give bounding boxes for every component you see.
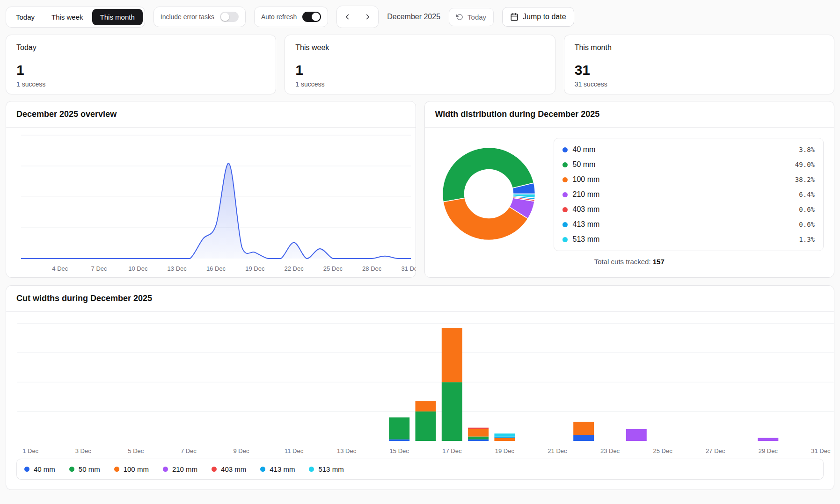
next-month-button[interactable]	[358, 6, 378, 28]
legend-item: 403 mm	[212, 465, 246, 473]
stat-card-today: Today 1 1 success	[6, 35, 276, 94]
legend-label: 50 mm	[79, 465, 100, 473]
stat-title: This month	[575, 43, 824, 52]
legend-label: 413 mm	[270, 465, 295, 473]
svg-text:19 Dec: 19 Dec	[495, 447, 515, 454]
today-button[interactable]: Today	[449, 8, 494, 26]
include-error-tasks-label: Include error tasks	[161, 13, 214, 21]
stat-subtitle: 31 success	[575, 80, 824, 88]
legend-label: 210 mm	[573, 190, 600, 199]
svg-text:25 Dec: 25 Dec	[653, 447, 673, 454]
svg-text:4 Dec: 4 Dec	[52, 265, 68, 272]
legend-color-dot	[562, 207, 568, 212]
legend-item: 413 mm	[260, 465, 295, 473]
toolbar: Today This week This month Include error…	[6, 5, 834, 29]
cut-widths-bar-chart: 1 Dec3 Dec5 Dec7 Dec9 Dec11 Dec13 Dec15 …	[6, 312, 834, 458]
legend-color-dot	[309, 467, 314, 472]
svg-text:31 Dec: 31 Dec	[401, 265, 416, 272]
legend-color-dot	[562, 222, 568, 227]
legend-item: 513 mm	[309, 465, 343, 473]
width-distribution-legend: 40 mm 3.8% 50 mm 49.0% 100 mm 38.2% 210 …	[554, 138, 824, 251]
tab-today[interactable]: Today	[8, 9, 43, 25]
jump-to-date-button[interactable]: Jump to date	[502, 7, 574, 27]
tab-this-week[interactable]: This week	[44, 9, 91, 25]
cut-widths-legend: 40 mm 50 mm 100 mm 210 mm 403 mm 413 mm …	[16, 459, 824, 480]
legend-label: 513 mm	[318, 465, 343, 473]
legend-row: 50 mm 49.0%	[562, 157, 816, 172]
svg-text:22 Dec: 22 Dec	[284, 265, 304, 272]
svg-text:15 Dec: 15 Dec	[390, 447, 409, 454]
include-error-tasks-toggle[interactable]	[220, 12, 239, 22]
auto-refresh-control: Auto refresh	[254, 7, 328, 27]
legend-color-dot	[114, 467, 119, 472]
legend-label: 210 mm	[172, 465, 197, 473]
legend-row: 403 mm 0.6%	[562, 202, 816, 217]
tab-this-month[interactable]: This month	[92, 9, 143, 25]
svg-text:19 Dec: 19 Dec	[245, 265, 265, 272]
legend-color-dot	[24, 467, 29, 472]
legend-color-dot	[212, 467, 217, 472]
legend-percent: 1.3%	[799, 236, 815, 243]
legend-percent: 49.0%	[795, 161, 815, 168]
previous-month-button[interactable]	[337, 6, 358, 28]
legend-color-dot	[69, 467, 74, 472]
legend-row: 100 mm 38.2%	[562, 172, 816, 187]
legend-color-dot	[562, 162, 568, 167]
width-distribution-content: 40 mm 3.8% 50 mm 49.0% 100 mm 38.2% 210 …	[425, 128, 834, 251]
width-distribution-card: Width distribution during December 2025 …	[424, 101, 835, 278]
auto-refresh-toggle[interactable]	[302, 12, 321, 22]
stat-card-this-month: This month 31 31 success	[564, 35, 834, 94]
svg-text:28 Dec: 28 Dec	[362, 265, 382, 272]
current-month-label: December 2025	[387, 13, 440, 21]
legend-label: 403 mm	[573, 205, 600, 214]
svg-text:25 Dec: 25 Dec	[323, 265, 343, 272]
overview-title: December 2025 overview	[6, 101, 416, 128]
auto-refresh-label: Auto refresh	[261, 13, 297, 21]
legend-color-dot	[163, 467, 168, 472]
today-button-label: Today	[467, 13, 486, 21]
include-error-tasks-control: Include error tasks	[153, 7, 246, 27]
svg-text:29 Dec: 29 Dec	[759, 447, 778, 454]
stat-card-this-week: This week 1 1 success	[285, 35, 555, 94]
legend-row: 413 mm 0.6%	[562, 217, 816, 232]
legend-item: 50 mm	[69, 465, 100, 473]
legend-item: 40 mm	[24, 465, 55, 473]
overview-card: December 2025 overview 4 Dec7 Dec10 Dec1…	[6, 101, 416, 278]
svg-text:5 Dec: 5 Dec	[128, 447, 144, 454]
legend-item: 100 mm	[114, 465, 149, 473]
svg-text:13 Dec: 13 Dec	[168, 265, 187, 272]
legend-color-dot	[562, 192, 568, 197]
svg-text:13 Dec: 13 Dec	[337, 447, 357, 454]
legend-row: 40 mm 3.8%	[562, 142, 816, 157]
legend-row: 210 mm 6.4%	[562, 187, 816, 202]
month-navigation	[336, 6, 379, 28]
svg-text:16 Dec: 16 Dec	[206, 265, 226, 272]
stat-title: Today	[16, 43, 265, 52]
legend-label: 403 mm	[221, 465, 246, 473]
svg-text:7 Dec: 7 Dec	[91, 265, 107, 272]
legend-color-dot	[562, 177, 568, 182]
calendar-icon	[510, 13, 519, 21]
legend-row: 513 mm 1.3%	[562, 232, 816, 247]
stat-subtitle: 1 success	[295, 80, 544, 88]
legend-color-dot	[562, 237, 568, 242]
stat-value: 1	[295, 63, 544, 77]
chevron-left-icon	[343, 13, 351, 21]
svg-text:10 Dec: 10 Dec	[128, 265, 148, 272]
svg-text:21 Dec: 21 Dec	[548, 447, 567, 454]
stats-row: Today 1 1 success This week 1 1 success …	[6, 35, 834, 94]
svg-text:31 Dec: 31 Dec	[811, 447, 831, 454]
svg-text:11 Dec: 11 Dec	[285, 447, 304, 454]
svg-text:17 Dec: 17 Dec	[442, 447, 462, 454]
cut-widths-title: Cut widths during December 2025	[6, 286, 834, 312]
svg-text:9 Dec: 9 Dec	[233, 447, 249, 454]
stat-subtitle: 1 success	[16, 80, 265, 88]
legend-percent: 0.6%	[799, 206, 815, 213]
stat-value: 1	[16, 63, 265, 77]
stat-title: This week	[295, 43, 544, 52]
width-distribution-title: Width distribution during December 2025	[425, 101, 834, 128]
total-cuts-tracked: Total cuts tracked: 157	[425, 258, 834, 266]
svg-text:23 Dec: 23 Dec	[600, 447, 620, 454]
legend-label: 100 mm	[573, 175, 600, 184]
legend-percent: 3.8%	[799, 146, 815, 153]
